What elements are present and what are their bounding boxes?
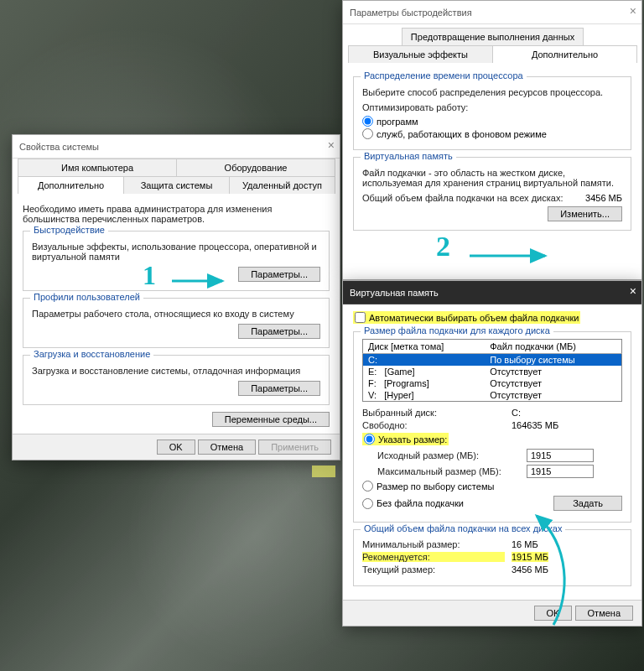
total-legend: Общий объем файла подкачки на всех диска… <box>361 523 565 533</box>
set-button[interactable]: Задать <box>553 496 622 511</box>
sysprops-apply-button[interactable]: Применить <box>258 440 331 455</box>
vm-title: Виртуальная память <box>350 288 439 298</box>
selected-drive-label: Выбранный диск: <box>362 408 505 418</box>
free-space-value: 164635 МБ <box>512 420 558 430</box>
sysprops-tabs-row1: Имя компьютера Оборудование <box>18 159 335 176</box>
vm-cancel-button[interactable]: Отмена <box>575 606 633 621</box>
profiles-text: Параметры рабочего стола, относящиеся ко… <box>32 309 320 319</box>
startup-group: Загрузка и восстановление Загрузка и вос… <box>23 355 330 405</box>
selected-drive-value: C: <box>512 408 521 418</box>
max-size-input[interactable] <box>527 465 594 478</box>
table-row: C: По выбору системы <box>363 354 622 367</box>
vm-pane: Автоматически выбирать объем файла подка… <box>343 304 641 600</box>
tab-remote[interactable]: Удаленный доступ <box>229 176 335 194</box>
free-space-label: Свободно: <box>362 420 505 430</box>
each-drive-legend: Размер файла подкачки для каждого диска <box>361 325 553 336</box>
table-row: V: [Hyper]Отсутствует <box>363 389 622 402</box>
initial-size-label: Исходный размер (МБ): <box>377 450 520 460</box>
sysprops-title: Свойства системы <box>19 142 99 152</box>
vmem-total-value: 3456 МБ <box>585 193 622 203</box>
startup-text: Загрузка и восстановление системы, отлад… <box>32 366 320 376</box>
total-group: Общий объем файла подкачки на всех диска… <box>353 529 631 586</box>
tab-dep[interactable]: Предотвращение выполнения данных <box>402 28 584 45</box>
current-value: 3456 МБ <box>512 564 548 575</box>
current-label: Текущий размер: <box>362 564 505 575</box>
profiles-legend: Профили пользователей <box>30 292 143 302</box>
performance-legend: Быстродействие <box>30 225 108 235</box>
env-vars-button[interactable]: Переменные среды... <box>212 412 330 427</box>
table-row: E: [Game]Отсутствует <box>363 366 622 377</box>
system-properties-window: Свойства системы × Имя компьютера Оборуд… <box>12 134 340 460</box>
sysprops-ok-button[interactable]: OK <box>157 440 195 455</box>
perfopts-pane: Распределение времени процессора Выберит… <box>343 63 641 244</box>
min-label: Минимальный размер: <box>362 539 505 549</box>
perfopts-titlebar: Параметры быстродействия × <box>343 1 641 24</box>
initial-size-input[interactable] <box>527 449 594 462</box>
tab-computer-name[interactable]: Имя компьютера <box>18 159 177 176</box>
recommended-label: Рекомендуется: <box>362 552 505 562</box>
optimize-label: Оптимизировать работу: <box>362 102 622 112</box>
vmem-group: Виртуальная память Файл подкачки - это о… <box>353 157 631 231</box>
max-size-label: Максимальный размер (МБ): <box>377 466 520 476</box>
tab-visual-effects[interactable]: Визуальные эффекты <box>348 45 493 63</box>
table-row: F: [Programs]Отсутствует <box>363 377 622 389</box>
tab-advanced2[interactable]: Дополнительно <box>492 45 637 63</box>
drives-table[interactable]: Диск [метка тома]Файл подкачки (МБ) C: П… <box>362 339 622 402</box>
perfopts-title: Параметры быстродействия <box>350 8 472 18</box>
profiles-settings-button[interactable]: Параметры... <box>238 324 320 339</box>
each-drive-group: Размер файла подкачки для каждого диска … <box>353 331 631 523</box>
vm-footer: OK Отмена <box>343 600 641 626</box>
radio-system-managed[interactable]: Размер по выбору системы <box>362 481 494 492</box>
radio-programs[interactable]: программ <box>362 116 418 127</box>
recommended-value: 1915 МБ <box>512 552 548 562</box>
tab-hardware[interactable]: Оборудование <box>176 159 335 176</box>
scheduling-legend: Распределение времени процессора <box>361 70 527 81</box>
performance-group: Быстродействие Визуальные эффекты, испол… <box>23 231 330 291</box>
tab-advanced[interactable]: Дополнительно <box>18 176 124 194</box>
vmem-total-label: Общий объем файла подкачки на всех диска… <box>362 193 579 203</box>
radio-custom-size[interactable]: Указать размер: <box>362 433 449 445</box>
close-icon[interactable]: × <box>630 4 636 18</box>
admin-note: Необходимо иметь права администратора дл… <box>23 204 330 224</box>
virtual-memory-dialog: Виртуальная память × Автоматически выбир… <box>342 280 642 627</box>
sysprops-pane: Необходимо иметь права администратора дл… <box>13 194 340 434</box>
radio-services[interactable]: служб, работающих в фоновом режиме <box>362 128 547 139</box>
sysprops-tabs-row2: Дополнительно Защита системы Удаленный д… <box>18 176 335 194</box>
sysprops-footer: OK Отмена Применить <box>13 434 340 460</box>
close-icon[interactable]: × <box>630 284 636 298</box>
sysprops-cancel-button[interactable]: Отмена <box>198 440 256 455</box>
col-pagefile: Файл подкачки (МБ) <box>485 340 621 354</box>
vm-ok-button[interactable]: OK <box>534 606 573 621</box>
radio-no-pagefile[interactable]: Без файла подкачки <box>362 498 535 509</box>
performance-text: Визуальные эффекты, использование процес… <box>32 242 320 262</box>
col-drive: Диск [метка тома] <box>363 340 486 354</box>
auto-manage-checkbox[interactable]: Автоматически выбирать объем файла подка… <box>353 311 580 324</box>
vmem-text: Файл подкачки - это область на жестком д… <box>362 168 622 188</box>
sysprops-titlebar: Свойства системы × <box>13 135 340 159</box>
performance-options-window: Параметры быстродействия × Предотвращени… <box>342 0 642 280</box>
scheduling-group: Распределение времени процессора Выберит… <box>353 76 631 150</box>
tab-system-protection[interactable]: Защита системы <box>123 176 230 194</box>
vm-titlebar: Виртуальная память × <box>343 281 641 304</box>
perfopts-tabs: Визуальные эффекты Дополнительно <box>348 45 636 63</box>
startup-settings-button[interactable]: Параметры... <box>238 381 320 396</box>
scheduling-text: Выберите способ распределения ресурсов п… <box>362 87 622 97</box>
vmem-legend: Виртуальная память <box>361 151 456 161</box>
close-icon[interactable]: × <box>328 138 335 152</box>
profiles-group: Профили пользователей Параметры рабочего… <box>23 298 330 348</box>
vmem-change-button[interactable]: Изменить... <box>548 206 622 221</box>
min-value: 16 МБ <box>512 539 538 549</box>
startup-legend: Загрузка и восстановление <box>30 349 153 359</box>
performance-settings-button[interactable]: Параметры... <box>238 267 320 282</box>
